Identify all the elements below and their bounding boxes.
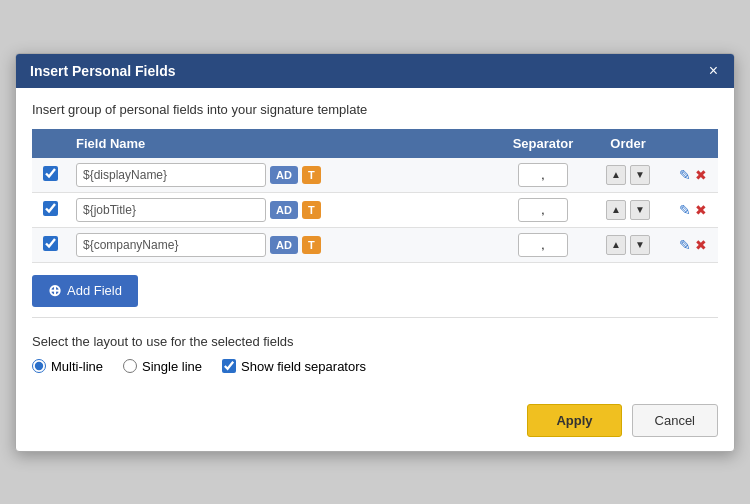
row-checkbox-cell bbox=[32, 158, 68, 193]
plus-icon: ⊕ bbox=[48, 283, 61, 299]
order-arrows-0: ▲ ▼ bbox=[596, 165, 660, 185]
field-input-wrap-2: AD T bbox=[76, 233, 490, 257]
dialog-subtitle: Insert group of personal fields into you… bbox=[32, 102, 718, 117]
dialog-header: Insert Personal Fields × bbox=[16, 54, 734, 88]
separator-input-0[interactable] bbox=[518, 163, 568, 187]
t-button-2[interactable]: T bbox=[302, 236, 321, 254]
show-separators-label: Show field separators bbox=[241, 359, 366, 374]
multiline-label: Multi-line bbox=[51, 359, 103, 374]
dialog-footer: Apply Cancel bbox=[16, 394, 734, 451]
header-field-name: Field Name bbox=[68, 129, 498, 158]
row-checkbox-1[interactable] bbox=[43, 201, 58, 216]
header-separator: Separator bbox=[498, 129, 588, 158]
ad-button-1[interactable]: AD bbox=[270, 201, 298, 219]
delete-icon-1[interactable]: ✖ bbox=[695, 202, 707, 218]
row-checkbox-cell bbox=[32, 227, 68, 262]
dialog-title: Insert Personal Fields bbox=[30, 63, 176, 79]
multiline-option[interactable]: Multi-line bbox=[32, 359, 103, 374]
table-row: AD T ▲ ▼ ✎ ✖ bbox=[32, 227, 718, 262]
row-checkbox-0[interactable] bbox=[43, 166, 58, 181]
singleline-radio[interactable] bbox=[123, 359, 137, 373]
row-sep-cell-0 bbox=[498, 158, 588, 193]
multiline-radio[interactable] bbox=[32, 359, 46, 373]
edit-icon-2[interactable]: ✎ bbox=[679, 237, 691, 253]
field-text-input-1[interactable] bbox=[76, 198, 266, 222]
delete-icon-2[interactable]: ✖ bbox=[695, 237, 707, 253]
field-input-wrap-1: AD T bbox=[76, 198, 490, 222]
row-sep-cell-2 bbox=[498, 227, 588, 262]
order-arrows-2: ▲ ▼ bbox=[596, 235, 660, 255]
field-input-wrap-0: AD T bbox=[76, 163, 490, 187]
layout-options: Multi-line Single line Show field separa… bbox=[32, 359, 718, 374]
show-separators-checkbox[interactable] bbox=[222, 359, 236, 373]
divider bbox=[32, 317, 718, 318]
row-actions-cell-1: ✎ ✖ bbox=[668, 192, 718, 227]
edit-icon-1[interactable]: ✎ bbox=[679, 202, 691, 218]
order-up-0[interactable]: ▲ bbox=[606, 165, 626, 185]
fields-table: Field Name Separator Order AD T bbox=[32, 129, 718, 263]
table-row: AD T ▲ ▼ ✎ ✖ bbox=[32, 158, 718, 193]
row-checkbox-2[interactable] bbox=[43, 236, 58, 251]
separator-input-1[interactable] bbox=[518, 198, 568, 222]
order-up-2[interactable]: ▲ bbox=[606, 235, 626, 255]
ad-button-2[interactable]: AD bbox=[270, 236, 298, 254]
singleline-label: Single line bbox=[142, 359, 202, 374]
row-actions-cell-2: ✎ ✖ bbox=[668, 227, 718, 262]
delete-icon-0[interactable]: ✖ bbox=[695, 167, 707, 183]
header-order: Order bbox=[588, 129, 668, 158]
show-separators-option[interactable]: Show field separators bbox=[222, 359, 366, 374]
insert-personal-fields-dialog: Insert Personal Fields × Insert group of… bbox=[15, 53, 735, 452]
t-button-1[interactable]: T bbox=[302, 201, 321, 219]
header-actions bbox=[668, 129, 718, 158]
add-field-label: Add Field bbox=[67, 283, 122, 298]
field-text-input-2[interactable] bbox=[76, 233, 266, 257]
order-arrows-1: ▲ ▼ bbox=[596, 200, 660, 220]
row-order-cell-1: ▲ ▼ bbox=[588, 192, 668, 227]
dialog-body: Insert group of personal fields into you… bbox=[16, 88, 734, 394]
add-field-button[interactable]: ⊕ Add Field bbox=[32, 275, 138, 307]
action-icons-0: ✎ ✖ bbox=[676, 167, 710, 183]
cancel-button[interactable]: Cancel bbox=[632, 404, 718, 437]
action-icons-1: ✎ ✖ bbox=[676, 202, 710, 218]
order-up-1[interactable]: ▲ bbox=[606, 200, 626, 220]
edit-icon-0[interactable]: ✎ bbox=[679, 167, 691, 183]
separator-input-2[interactable] bbox=[518, 233, 568, 257]
row-sep-cell-1 bbox=[498, 192, 588, 227]
layout-label: Select the layout to use for the selecte… bbox=[32, 334, 718, 349]
order-down-0[interactable]: ▼ bbox=[630, 165, 650, 185]
t-button-0[interactable]: T bbox=[302, 166, 321, 184]
row-field-cell-1: AD T bbox=[68, 192, 498, 227]
order-down-1[interactable]: ▼ bbox=[630, 200, 650, 220]
order-down-2[interactable]: ▼ bbox=[630, 235, 650, 255]
ad-button-0[interactable]: AD bbox=[270, 166, 298, 184]
apply-button[interactable]: Apply bbox=[527, 404, 621, 437]
row-actions-cell-0: ✎ ✖ bbox=[668, 158, 718, 193]
row-field-cell-0: AD T bbox=[68, 158, 498, 193]
row-field-cell-2: AD T bbox=[68, 227, 498, 262]
layout-section: Select the layout to use for the selecte… bbox=[32, 328, 718, 384]
close-button[interactable]: × bbox=[707, 63, 720, 79]
action-icons-2: ✎ ✖ bbox=[676, 237, 710, 253]
row-order-cell-2: ▲ ▼ bbox=[588, 227, 668, 262]
field-text-input-0[interactable] bbox=[76, 163, 266, 187]
header-check bbox=[32, 129, 68, 158]
singleline-option[interactable]: Single line bbox=[123, 359, 202, 374]
row-checkbox-cell bbox=[32, 192, 68, 227]
table-row: AD T ▲ ▼ ✎ ✖ bbox=[32, 192, 718, 227]
row-order-cell-0: ▲ ▼ bbox=[588, 158, 668, 193]
